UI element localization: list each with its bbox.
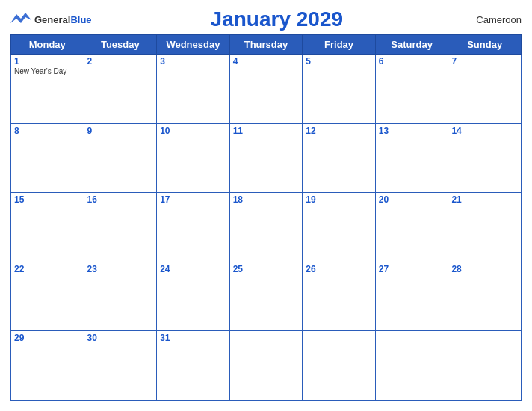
day-cell: 23	[84, 262, 157, 331]
day-number: 28	[451, 264, 518, 274]
day-cell: 11	[229, 123, 303, 193]
day-cell: 26	[303, 262, 376, 331]
day-number: 10	[160, 126, 226, 136]
day-number: 11	[233, 126, 300, 136]
week-row-1: 1New Year's Day234567	[11, 55, 522, 124]
week-row-5: 293031	[11, 331, 522, 401]
day-cell: 8	[11, 123, 84, 193]
day-number: 15	[14, 194, 81, 205]
calendar-title: January 2029	[92, 7, 462, 31]
header-row: MondayTuesdayWednesdayThursdayFridaySatu…	[11, 35, 522, 55]
day-number: 13	[379, 126, 445, 136]
day-cell: 29	[11, 331, 84, 401]
day-cell: 28	[448, 262, 522, 331]
day-number: 26	[306, 264, 372, 274]
day-cell	[375, 331, 448, 401]
header-cell-wednesday: Wednesday	[157, 35, 230, 55]
day-cell: 12	[303, 123, 376, 193]
day-cell: 14	[448, 123, 522, 193]
header-cell-friday: Friday	[303, 35, 376, 55]
logo: GeneralBlue	[10, 11, 92, 28]
day-cell	[229, 331, 303, 401]
header-cell-tuesday: Tuesday	[84, 35, 157, 55]
day-number: 2	[87, 56, 154, 67]
header-cell-saturday: Saturday	[375, 35, 448, 55]
logo-text: GeneralBlue	[34, 13, 92, 26]
day-cell: 24	[157, 262, 230, 331]
week-row-4: 22232425262728	[11, 262, 522, 331]
week-row-2: 891011121314	[11, 123, 522, 193]
day-cell: 27	[375, 262, 448, 331]
day-cell: 17	[157, 193, 230, 262]
holiday-label: New Year's Day	[14, 67, 81, 75]
day-cell: 21	[448, 193, 522, 262]
day-cell: 2	[84, 55, 157, 124]
week-row-3: 15161718192021	[11, 193, 522, 262]
day-number: 22	[14, 264, 81, 274]
day-cell: 30	[84, 331, 157, 401]
day-number: 8	[14, 126, 81, 136]
day-cell	[303, 331, 376, 401]
day-number: 27	[379, 264, 445, 274]
day-cell: 20	[375, 193, 448, 262]
day-cell: 9	[84, 123, 157, 193]
day-number: 17	[160, 194, 226, 205]
day-cell	[448, 331, 522, 401]
day-number: 14	[451, 126, 518, 136]
page-header: GeneralBlue January 2029 Cameroon	[10, 7, 522, 31]
day-number: 24	[160, 264, 226, 274]
day-number: 31	[160, 333, 226, 343]
day-number: 25	[233, 264, 300, 274]
svg-marker-0	[10, 13, 31, 23]
day-cell: 15	[11, 193, 84, 262]
day-cell: 1New Year's Day	[11, 55, 84, 124]
day-number: 20	[379, 194, 445, 205]
logo-icon	[10, 11, 31, 28]
day-cell: 3	[157, 55, 230, 124]
day-cell: 18	[229, 193, 303, 262]
day-cell: 5	[303, 55, 376, 124]
day-cell: 19	[303, 193, 376, 262]
day-number: 4	[233, 56, 300, 67]
day-number: 12	[306, 126, 372, 136]
day-cell: 22	[11, 262, 84, 331]
day-cell: 6	[375, 55, 448, 124]
day-number: 30	[87, 333, 154, 343]
country-label: Cameroon	[462, 14, 522, 25]
day-cell: 13	[375, 123, 448, 193]
day-number: 19	[306, 194, 372, 205]
header-cell-thursday: Thursday	[229, 35, 303, 55]
day-cell: 31	[157, 331, 230, 401]
calendar-table: MondayTuesdayWednesdayThursdayFridaySatu…	[10, 34, 522, 401]
day-number: 29	[14, 333, 81, 343]
day-number: 5	[306, 56, 372, 67]
day-number: 23	[87, 264, 154, 274]
day-number: 6	[379, 56, 445, 67]
day-number: 1	[14, 56, 81, 67]
day-number: 7	[451, 56, 518, 67]
day-cell: 4	[229, 55, 303, 124]
day-cell: 7	[448, 55, 522, 124]
day-cell: 16	[84, 193, 157, 262]
day-number: 3	[160, 56, 226, 67]
day-number: 18	[233, 194, 300, 205]
day-number: 21	[451, 194, 518, 205]
day-cell: 10	[157, 123, 230, 193]
day-cell: 25	[229, 262, 303, 331]
day-number: 16	[87, 194, 154, 205]
day-number: 9	[87, 126, 154, 136]
header-cell-sunday: Sunday	[448, 35, 522, 55]
header-cell-monday: Monday	[11, 35, 84, 55]
